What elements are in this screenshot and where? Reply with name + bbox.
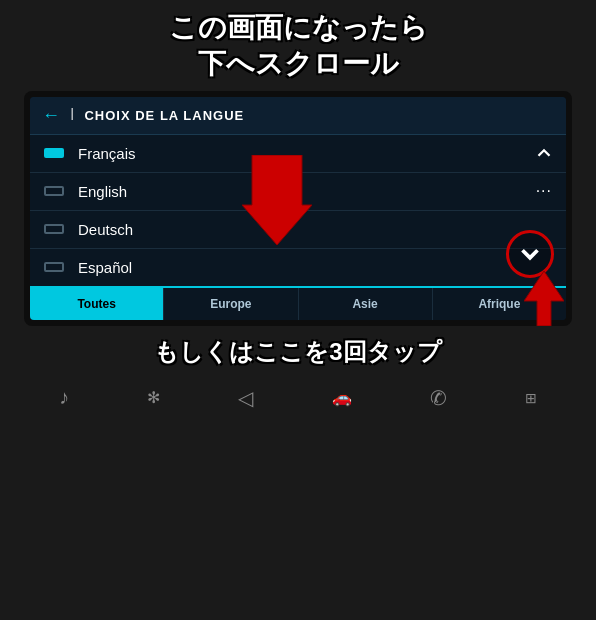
back-button[interactable]: ← — [42, 105, 60, 126]
up-arrow-icon — [524, 271, 564, 326]
phone-icon[interactable]: ✆ — [430, 386, 447, 410]
top-annotation: この画面になったら 下へスクロール — [0, 0, 596, 91]
car-screen-wrapper: ← I CHOIX DE LA LANGUE Français — [24, 91, 572, 326]
top-annotation-line1: この画面になったら — [20, 10, 576, 46]
bottom-annotation: もしくはここを3回タップ — [0, 326, 596, 378]
dots-indicator: ··· — [536, 183, 552, 199]
screen-title: CHOIX DE LA LANGUE — [84, 108, 244, 123]
lang-inactive-indicator — [44, 224, 64, 234]
language-item-deutsch[interactable]: Deutsch — [30, 211, 566, 249]
language-item-english[interactable]: English ··· — [30, 173, 566, 211]
bottom-annotation-text: もしくはここを3回タップ — [20, 336, 576, 368]
top-annotation-line2: 下へスクロール — [20, 46, 576, 82]
svg-marker-1 — [524, 271, 564, 326]
chevron-up-icon — [533, 142, 555, 164]
language-item-espanol[interactable]: Español — [30, 249, 566, 286]
music-icon[interactable]: ♪ — [59, 386, 69, 409]
filter-tab-europe[interactable]: Europe — [164, 288, 298, 320]
filter-tabs: Toutes Europe Asie Afrique — [30, 286, 566, 320]
lang-active-indicator — [44, 148, 64, 158]
filter-tab-toutes[interactable]: Toutes — [30, 288, 164, 320]
lang-name-espanol: Español — [78, 259, 132, 276]
language-item-francais[interactable]: Français — [30, 135, 566, 173]
language-list: Français English ··· — [30, 135, 566, 286]
lang-inactive-indicator — [44, 262, 64, 272]
apps-icon[interactable]: ⊞ — [525, 390, 537, 406]
car-bottom-bar: ♪ ✻ ◁ 🚗 ✆ ⊞ — [0, 378, 596, 418]
screen-header: ← I CHOIX DE LA LANGUE — [30, 97, 566, 135]
car-status-icon[interactable]: 🚗 — [332, 388, 352, 407]
navigation-icon[interactable]: ◁ — [238, 386, 253, 410]
language-list-area: Français English ··· — [30, 135, 566, 286]
car-screen: ← I CHOIX DE LA LANGUE Français — [30, 97, 566, 320]
lang-name-francais: Français — [78, 145, 136, 162]
lang-name-english: English — [78, 183, 127, 200]
chevron-down-icon — [515, 239, 545, 269]
lang-name-deutsch: Deutsch — [78, 221, 133, 238]
fan-icon[interactable]: ✻ — [147, 388, 160, 407]
scroll-up-button[interactable] — [530, 139, 558, 167]
lang-inactive-indicator — [44, 186, 64, 196]
header-divider: I — [70, 106, 74, 124]
filter-tab-asie[interactable]: Asie — [299, 288, 433, 320]
red-up-arrow-indicator — [524, 271, 564, 330]
